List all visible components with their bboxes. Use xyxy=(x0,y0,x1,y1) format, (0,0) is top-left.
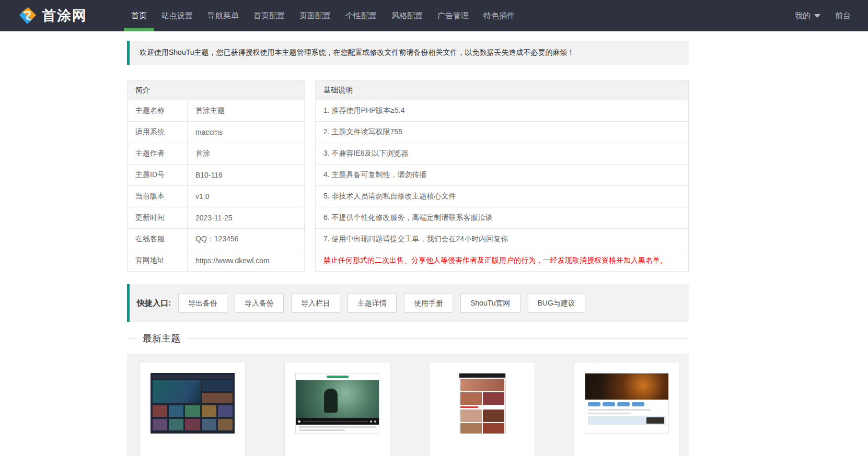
user-manual-button[interactable]: 使用手册 xyxy=(404,293,453,313)
note-item: 2. 主题文件读写权限755 xyxy=(316,122,689,143)
preview-hero xyxy=(153,380,233,403)
notes-table-title: 基础说明 xyxy=(316,80,689,100)
row-value: 2023-11-25 xyxy=(188,207,305,229)
preview-button-row xyxy=(588,402,666,406)
nav-item-page-config[interactable]: 页面配置 xyxy=(292,0,338,31)
phone-photo-grid xyxy=(460,423,504,434)
site-logo[interactable]: 首涂网 xyxy=(19,6,87,25)
license-warning-text: 禁止任何形式的二次出售、分享他人等侵害作者及正版用户的行为，一经发现取消授权资格… xyxy=(316,250,689,272)
logo-icon xyxy=(19,7,37,25)
nav-item-ad-management[interactable]: 广告管理 xyxy=(430,0,476,31)
theme-card[interactable] xyxy=(574,362,680,456)
navbar-right: 我的 前台 xyxy=(788,0,858,31)
row-label: 主题作者 xyxy=(128,143,188,165)
export-backup-button[interactable]: 导出备份 xyxy=(178,293,227,313)
row-value: maccms xyxy=(188,122,305,143)
nav-item-featured-plugins[interactable]: 特色插件 xyxy=(476,0,522,31)
row-value: B10-116 xyxy=(188,165,305,186)
row-label: 主题名称 xyxy=(128,100,188,122)
table-row: 1. 推荐使用PHP版本≥5.4 xyxy=(316,100,689,122)
row-value: v1.0 xyxy=(188,186,305,207)
preview-player-controls xyxy=(296,418,379,425)
note-item: 5. 非技术人员请勿私自修改主题核心文件 xyxy=(316,186,689,207)
main-nav: 首页 站点设置 导航菜单 首页配置 页面配置 个性配置 风格配置 广告管理 特色… xyxy=(124,0,522,31)
table-row: 更新时间 2023-11-25 xyxy=(128,207,305,229)
intro-table-title: 简介 xyxy=(128,80,305,100)
theme-preview-image xyxy=(151,373,235,434)
preview-title-bar xyxy=(296,373,379,380)
theme-preview-image xyxy=(440,373,524,434)
table-row: 适用系统 maccms xyxy=(128,122,305,143)
play-icon xyxy=(298,420,301,423)
preview-hero xyxy=(585,373,668,400)
table-row: 6. 不提供个性化修改服务，高端定制请联系客服洽谈 xyxy=(316,207,689,229)
latest-themes-header: 最新主题 xyxy=(127,330,689,347)
nav-item-home[interactable]: 首页 xyxy=(124,0,154,31)
phone-banner xyxy=(460,379,504,391)
quick-entry-bar: 快捷入口: 导出备份 导入备份 导入栏目 主题详情 使用手册 ShouTu官网 … xyxy=(127,284,689,322)
preview-banner-strip xyxy=(588,416,666,425)
preview-thumbnail-row xyxy=(153,405,233,417)
table-row: 官网地址 https://www.dkewl.com xyxy=(128,250,305,272)
theme-preview-image xyxy=(585,373,669,434)
theme-card[interactable] xyxy=(429,362,535,456)
phone-statusbar xyxy=(459,373,505,378)
import-categories-button[interactable]: 导入栏目 xyxy=(291,293,340,313)
note-item: 4. 主题具备可复制性，请勿传播 xyxy=(316,165,689,186)
nav-item-style-config[interactable]: 风格配置 xyxy=(384,0,430,31)
frontend-link[interactable]: 前台 xyxy=(828,0,858,31)
preview-header-bar xyxy=(153,375,233,379)
theme-details-button[interactable]: 主题详情 xyxy=(348,293,397,313)
row-label: 适用系统 xyxy=(128,122,188,143)
row-value: 首涂 xyxy=(188,143,305,165)
nav-item-homepage-config[interactable]: 首页配置 xyxy=(246,0,292,31)
table-row: 7. 使用中出现问题请提交工单，我们会在24小时内回复你 xyxy=(316,229,689,250)
nav-item-site-settings[interactable]: 站点设置 xyxy=(154,0,200,31)
phone-photo-grid xyxy=(460,392,504,405)
preview-phone-screen xyxy=(459,373,506,434)
logo-text: 首涂网 xyxy=(42,6,87,25)
nav-item-personal-config[interactable]: 个性配置 xyxy=(338,0,384,31)
table-row: 在线客服 QQ：123456 xyxy=(128,229,305,250)
row-value: 首涂主题 xyxy=(188,100,305,122)
preview-figure xyxy=(324,389,338,413)
latest-themes-panel xyxy=(127,354,689,456)
chevron-down-icon xyxy=(814,14,820,18)
row-label: 当前版本 xyxy=(128,186,188,207)
bug-suggestion-button[interactable]: BUG与建议 xyxy=(528,293,585,313)
preview-thumbnail-row xyxy=(153,419,233,430)
nav-item-nav-menu[interactable]: 导航菜单 xyxy=(200,0,246,31)
row-value: QQ：123456 xyxy=(188,229,305,250)
phone-photo-grid xyxy=(460,410,504,422)
notes-table: 基础说明 1. 推荐使用PHP版本≥5.4 2. 主题文件读写权限755 3. … xyxy=(315,80,689,272)
note-item: 7. 使用中出现问题请提交工单，我们会在24小时内回复你 xyxy=(316,229,689,250)
my-account-menu[interactable]: 我的 xyxy=(788,0,828,31)
theme-preview-image xyxy=(295,373,379,434)
table-row: 4. 主题具备可复制性，请勿传播 xyxy=(316,165,689,186)
table-row: 5. 非技术人员请勿私自修改主题核心文件 xyxy=(316,186,689,207)
divider-line xyxy=(187,338,689,339)
note-item: 6. 不提供个性化修改服务，高端定制请联系客服洽谈 xyxy=(316,207,689,229)
quick-entry-label: 快捷入口: xyxy=(137,298,171,308)
table-row: 当前版本 v1.0 xyxy=(128,186,305,207)
row-label: 主题ID号 xyxy=(128,165,188,186)
import-backup-button[interactable]: 导入备份 xyxy=(235,293,284,313)
shoutu-official-site-button[interactable]: ShouTu官网 xyxy=(460,293,520,313)
row-label: 官网地址 xyxy=(128,250,188,272)
theme-card[interactable] xyxy=(140,362,246,456)
row-label: 更新时间 xyxy=(128,207,188,229)
my-account-label: 我的 xyxy=(795,0,811,31)
row-label: 在线客服 xyxy=(128,229,188,250)
theme-card[interactable] xyxy=(284,362,390,456)
welcome-text: 欢迎使用ShouTu主题，您已获得授权使用本主题管理系统，在您配置或修改文件前请… xyxy=(140,48,575,57)
table-row: 主题作者 首涂 xyxy=(128,143,305,165)
note-item: 3. 不兼容IE8及以下浏览器 xyxy=(316,143,689,165)
official-site-url: https://www.dkewl.com xyxy=(188,250,305,272)
divider-line xyxy=(127,338,136,339)
table-row: 3. 不兼容IE8及以下浏览器 xyxy=(316,143,689,165)
table-row: 2. 主题文件读写权限755 xyxy=(316,122,689,143)
table-row: 主题名称 首涂主题 xyxy=(128,100,305,122)
table-row: 禁止任何形式的二次出售、分享他人等侵害作者及正版用户的行为，一经发现取消授权资格… xyxy=(316,250,689,272)
note-item: 1. 推荐使用PHP版本≥5.4 xyxy=(316,100,689,122)
top-navbar: 首涂网 首页 站点设置 导航菜单 首页配置 页面配置 个性配置 风格配置 广告管… xyxy=(0,0,868,31)
